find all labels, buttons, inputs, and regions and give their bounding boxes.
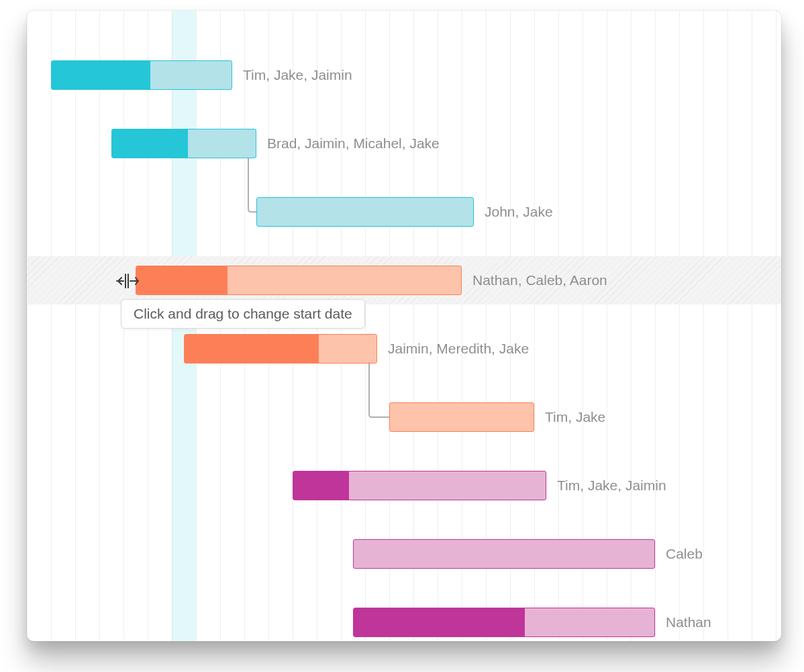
gantt-bar[interactable] (51, 60, 232, 90)
gantt-bar[interactable] (293, 471, 546, 500)
gantt-bar-label: Nathan (666, 614, 711, 630)
gantt-row: Nathan (27, 608, 781, 638)
gantt-bar-progress (185, 335, 319, 363)
gantt-bar-label: Tim, Jake (545, 409, 605, 425)
gantt-bar-progress (136, 266, 228, 294)
gantt-bar-progress (293, 471, 349, 500)
gantt-row: John, Jake (27, 197, 781, 228)
gantt-bar-label: Brad, Jaimin, Micahel, Jake (267, 135, 440, 152)
gantt-bar[interactable] (256, 197, 474, 227)
gantt-bar-label: Tim, Jake, Jaimin (557, 478, 666, 494)
gantt-bar[interactable] (136, 266, 462, 295)
gantt-row: Tim, Jake, Jaimin (27, 471, 781, 502)
gantt-bar[interactable] (184, 334, 377, 363)
gantt-bar[interactable] (389, 402, 534, 432)
gantt-row: Jaimin, Meredith, Jake (27, 334, 781, 365)
gantt-bar[interactable] (111, 129, 256, 158)
gantt-row: Nathan, Caleb, Aaron (27, 256, 781, 304)
gantt-bar[interactable] (353, 539, 655, 569)
gantt-row: Tim, Jake, Jaimin (27, 60, 781, 91)
tooltip-text: Click and drag to change start date (134, 306, 352, 321)
gantt-bar-label: Caleb (666, 546, 703, 562)
gantt-bar-label: Jaimin, Meredith, Jake (388, 341, 529, 357)
gantt-bar[interactable] (353, 608, 655, 637)
gantt-row: Caleb (27, 539, 781, 570)
gantt-bar-progress (354, 608, 525, 636)
gantt-bar-label: Tim, Jake, Jaimin (243, 67, 352, 83)
gantt-bar-progress (52, 61, 150, 89)
gantt-card: Tim, Jake, JaiminBrad, Jaimin, Micahel, … (27, 11, 781, 641)
gantt-bar-label: John, Jake (485, 204, 553, 220)
drag-handle-icon[interactable] (115, 271, 140, 291)
drag-tooltip: Click and drag to change start date (121, 299, 365, 329)
gantt-row: Brad, Jaimin, Micahel, Jake (27, 129, 781, 160)
gantt-bar-label: Nathan, Caleb, Aaron (472, 272, 607, 288)
gantt-bar-progress (112, 129, 188, 158)
gantt-row: Tim, Jake (27, 402, 781, 433)
